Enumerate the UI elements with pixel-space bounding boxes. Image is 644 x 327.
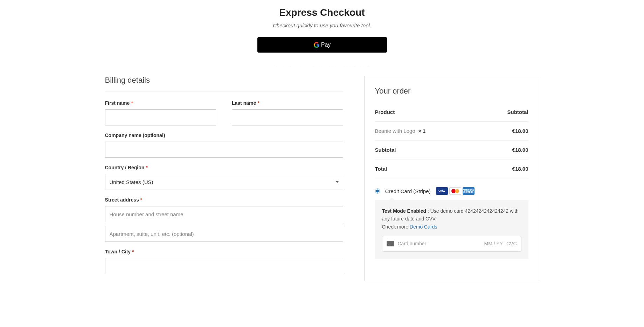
card-cvc-placeholder: CVC bbox=[506, 240, 517, 247]
mastercard-icon bbox=[449, 187, 461, 195]
express-subtitle: Checkout quickly to use you favourite to… bbox=[98, 22, 546, 28]
divider-line: ______________________________ bbox=[98, 60, 546, 65]
city-label: Town / City * bbox=[105, 249, 343, 254]
card-icon bbox=[387, 241, 394, 246]
last-name-input[interactable] bbox=[232, 109, 343, 125]
card-expiry-placeholder: MM / YY bbox=[484, 240, 503, 247]
total-label: Total bbox=[375, 166, 387, 172]
street-address-2-input[interactable] bbox=[105, 226, 343, 242]
chevron-down-icon bbox=[336, 181, 339, 183]
subtotal-label: Subtotal bbox=[375, 147, 396, 153]
order-total-row: Total €18.00 bbox=[375, 159, 528, 178]
card-number-input[interactable] bbox=[398, 241, 481, 246]
visa-icon: VISA bbox=[436, 187, 448, 195]
order-heading: Your order bbox=[375, 87, 528, 96]
subtotal-value: €18.00 bbox=[512, 147, 528, 153]
gpay-label: Pay bbox=[321, 42, 331, 48]
company-label: Company name (optional) bbox=[105, 132, 343, 138]
country-label: Country / Region * bbox=[105, 165, 343, 170]
card-input-container[interactable]: MM / YY CVC bbox=[382, 236, 521, 251]
payment-method-section: Credit Card (Stripe) VISA AMERICAN EXPRE… bbox=[375, 187, 528, 259]
express-checkout-header: Express Checkout Checkout quickly to use… bbox=[98, 7, 546, 65]
order-subtotal-row: Subtotal €18.00 bbox=[375, 141, 528, 159]
subtotal-header: Subtotal bbox=[507, 109, 528, 115]
product-qty: × 1 bbox=[418, 128, 425, 134]
city-input[interactable] bbox=[105, 258, 343, 274]
check-more-text: Check more bbox=[382, 224, 410, 230]
order-table-header: Product Subtotal bbox=[375, 103, 528, 122]
demo-cards-link[interactable]: Demo Cards bbox=[410, 224, 437, 230]
payment-method-label: Credit Card (Stripe) bbox=[385, 188, 431, 194]
company-input[interactable] bbox=[105, 142, 343, 158]
product-header: Product bbox=[375, 109, 395, 115]
gpay-icon bbox=[313, 42, 320, 48]
item-price: €18.00 bbox=[512, 128, 528, 134]
order-item-row: Beanie with Logo × 1 €18.00 bbox=[375, 122, 528, 141]
first-name-label: First name * bbox=[105, 100, 216, 106]
payment-info-box: Test Mode Enabled : Use demo card 424242… bbox=[375, 200, 528, 259]
card-logos: VISA AMERICAN EXPRESS bbox=[436, 187, 475, 195]
express-title: Express Checkout bbox=[98, 7, 546, 18]
credit-card-radio[interactable] bbox=[375, 189, 380, 193]
billing-details-section: Billing details First name * Last name *… bbox=[105, 76, 343, 281]
product-name: Beanie with Logo bbox=[375, 128, 415, 134]
your-order-section: Your order Product Subtotal Beanie with … bbox=[364, 76, 539, 281]
billing-heading: Billing details bbox=[105, 76, 343, 91]
country-value: United States (US) bbox=[110, 179, 153, 185]
street-label: Street address * bbox=[105, 197, 343, 203]
first-name-input[interactable] bbox=[105, 109, 216, 125]
test-mode-label: Test Mode Enabled bbox=[382, 208, 427, 214]
amex-icon: AMERICAN EXPRESS bbox=[463, 187, 475, 195]
gpay-button[interactable]: Pay bbox=[257, 37, 387, 53]
country-select[interactable]: United States (US) bbox=[105, 174, 343, 190]
total-value: €18.00 bbox=[512, 166, 528, 172]
street-address-1-input[interactable] bbox=[105, 206, 343, 222]
last-name-label: Last name * bbox=[232, 100, 343, 106]
